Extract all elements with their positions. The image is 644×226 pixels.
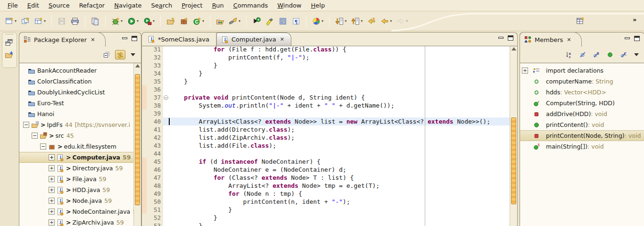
member-row-printcontent[interactable]: printContent() : void <box>520 119 644 130</box>
show-selected-element-button[interactable] <box>277 16 289 27</box>
tree-row-file-java[interactable]: +J> File.java59 <box>19 174 141 184</box>
new-view-button[interactable]: ▾ <box>33 16 47 27</box>
hide-local-types-button[interactable]: L <box>619 50 629 59</box>
expander-plus-icon[interactable]: + <box>49 219 55 226</box>
menu-project[interactable]: Project <box>177 1 207 10</box>
annotation-ruler[interactable] <box>142 46 147 226</box>
member-row-printcontent-node-string[interactable]: printContent(Node, String) : void <box>520 130 644 141</box>
close-icon[interactable]: ✕ <box>280 36 284 42</box>
member-row-hdds[interactable]: hdds : Vector<HDD> <box>520 87 644 98</box>
dropdown-arrow-icon[interactable]: ▾ <box>137 19 139 23</box>
expander-plus-icon[interactable]: + <box>49 187 55 193</box>
dropdown-arrow-icon[interactable]: ▾ <box>15 19 17 23</box>
maximize-button[interactable] <box>508 35 513 41</box>
open-type-button[interactable] <box>215 16 226 27</box>
color-wheel-button[interactable]: ▾ <box>311 16 325 27</box>
new-class-button[interactable]: C▾ <box>191 16 206 27</box>
tree-row-nodecontainer-java[interactable]: +J> NodeContainer.java59 <box>19 206 141 217</box>
fast-view-folder-icon[interactable] <box>5 50 14 60</box>
close-icon[interactable]: ✕ <box>91 37 95 43</box>
perspective-overflow-chevrons[interactable]: » <box>633 16 636 23</box>
menu-file[interactable]: File <box>3 1 23 10</box>
collapse-all-button[interactable] <box>101 50 112 59</box>
next-annotation-button[interactable]: ▾ <box>334 16 348 27</box>
run-external-tools-button[interactable]: ▾ <box>142 16 156 27</box>
members-tab[interactable]: Members ✕ <box>520 32 582 47</box>
member-row-import-declarations[interactable]: +import declarations <box>520 65 644 76</box>
new-button[interactable]: ▾ <box>4 16 18 27</box>
tree-row-directory-java[interactable]: +J> Directory.java59 <box>19 163 141 174</box>
expander-plus-icon[interactable]: + <box>49 165 55 171</box>
drag-handle[interactable] <box>5 34 14 35</box>
editor-tab-someclass-java[interactable]: J*SomeClass.java <box>143 33 216 46</box>
minimize-button[interactable] <box>498 37 504 39</box>
new-package-button[interactable] <box>178 16 190 27</box>
close-icon[interactable]: ✕ <box>567 37 571 43</box>
dropdown-arrow-icon[interactable]: ▾ <box>322 19 323 23</box>
member-row-main-string[interactable]: Smain(String[]) : void <box>520 141 644 152</box>
expander-minus-icon[interactable]: − <box>23 122 29 128</box>
menu-run[interactable]: Run <box>207 1 229 10</box>
link-with-editor-button[interactable] <box>115 50 125 59</box>
search-button[interactable]: ▾ <box>228 16 242 27</box>
sort-button[interactable]: az <box>564 50 574 59</box>
scroll-up-arrow[interactable] <box>135 64 140 67</box>
previous-annotation-button[interactable]: ▾ <box>350 16 364 27</box>
scroll-up-arrow[interactable] <box>512 47 516 50</box>
tree-row-bankaccountreader[interactable]: BankAccountReader <box>19 65 141 76</box>
menu-refactor[interactable]: Refactor <box>74 1 110 10</box>
dropdown-arrow-icon[interactable]: ▾ <box>153 19 155 23</box>
view-menu-icon[interactable] <box>131 53 135 56</box>
package-explorer-tab[interactable]: Package Explorer ✕ <box>19 32 106 47</box>
expander-plus-icon[interactable]: + <box>49 176 55 182</box>
tree-row-colorclassification[interactable]: ColorClassification <box>19 76 141 87</box>
menu-edit[interactable]: Edit <box>23 1 44 10</box>
hide-fields-button[interactable] <box>578 50 588 59</box>
expander-plus-icon[interactable]: + <box>522 67 528 74</box>
dropdown-arrow-icon[interactable]: ▾ <box>390 19 392 23</box>
maximize-button[interactable] <box>132 36 137 41</box>
open-perspective-icon[interactable] <box>576 17 585 25</box>
view-menu-icon[interactable] <box>634 53 639 56</box>
new-java-project-button[interactable] <box>165 16 176 27</box>
scrollbar-thumb[interactable] <box>511 117 516 204</box>
open-call-hierarchy-button[interactable] <box>251 16 262 27</box>
tree-row-hdd-java[interactable]: +J> HDD.java59 <box>19 184 141 195</box>
print-button[interactable] <box>69 16 81 27</box>
fold-collapse-icon[interactable]: − <box>164 95 168 100</box>
tree-row-src[interactable]: −> src45 <box>19 130 141 141</box>
back-button[interactable]: ▾ <box>379 16 393 27</box>
member-row-adddrive-hdd[interactable]: addDrive(HDD) : void <box>520 109 644 119</box>
tree-row-computer-java[interactable]: +J> Computer.java59 <box>19 152 141 163</box>
run-button[interactable]: ▾ <box>126 16 140 27</box>
code-editor[interactable]: 3132333435363738394041424344454647484950… <box>142 46 517 226</box>
tree-row-ziparchiv-java[interactable]: +J> ZipArchiv.java59 <box>19 217 141 226</box>
expander-plus-icon[interactable]: + <box>49 209 55 215</box>
show-whitespace-button[interactable]: ¶ <box>290 16 302 27</box>
toggle-mark-occurrences-button[interactable] <box>264 16 275 27</box>
hide-static-members-button[interactable]: S <box>591 50 602 59</box>
member-row-computername[interactable]: computerName : String <box>520 76 644 87</box>
dropdown-arrow-icon[interactable]: ▾ <box>121 19 123 23</box>
tree-row-ipdfs[interactable]: −J> IpdFs44[https://svnserver.i <box>19 119 141 130</box>
dropdown-arrow-icon[interactable]: ▾ <box>361 19 363 23</box>
menu-window[interactable]: Window <box>272 1 306 10</box>
tree-row-hanoi[interactable]: Hanoi <box>19 109 141 119</box>
restore-view-icon[interactable] <box>5 38 14 48</box>
dropdown-arrow-icon[interactable]: ▾ <box>239 19 240 23</box>
menu-commands[interactable]: Commands <box>229 1 273 10</box>
expander-minus-icon[interactable]: − <box>32 133 38 139</box>
menu-navigate[interactable]: Navigate <box>109 1 146 10</box>
dropdown-arrow-icon[interactable]: ▾ <box>44 19 46 23</box>
editor-tab-computer-java[interactable]: JComputer.java✕ <box>216 33 291 46</box>
debug-button[interactable]: ▾ <box>110 16 124 27</box>
expander-minus-icon[interactable]: − <box>40 143 46 150</box>
expander-plus-icon[interactable]: + <box>49 154 55 160</box>
dropdown-arrow-icon[interactable]: ▾ <box>202 19 204 23</box>
new-project-button[interactable] <box>20 16 31 27</box>
menu-search[interactable]: Search <box>147 1 177 10</box>
menu-source[interactable]: Source <box>44 1 74 10</box>
maximize-button[interactable] <box>634 36 640 41</box>
code-text-area[interactable]: for (File f : hdd.get(File.class)) { pri… <box>169 46 510 226</box>
tree-row-euro-test[interactable]: Euro-Test <box>19 98 141 109</box>
